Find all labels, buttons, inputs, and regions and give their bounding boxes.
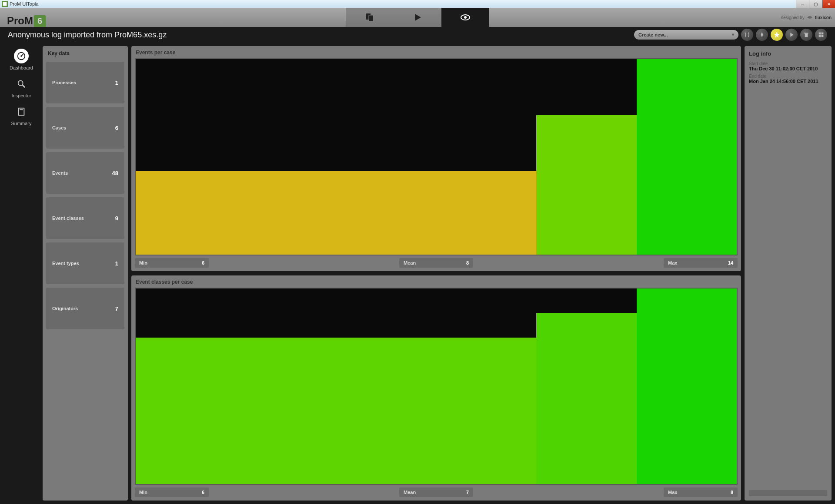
page-title: Anonymous log imported from ProM65.xes.g… [8,30,167,40]
grid-button[interactable] [815,29,827,41]
chart-title: Events per case [135,49,738,58]
svg-rect-9 [805,33,808,37]
chart-bar [436,338,536,484]
chart-bar [436,171,536,255]
kd-label: Event types [52,261,79,266]
chart-event-classes-per-case: Event classes per case Min6 Mean7 Max8 [131,275,741,501]
tab-workspace[interactable] [346,8,394,27]
svg-rect-11 [819,33,821,35]
chart-bar [336,171,436,255]
subheader: Anonymous log imported from ProM65.xes.g… [0,27,835,43]
nav-inspector[interactable]: Inspector [11,76,31,98]
logo-version: 6 [34,15,46,27]
kd-events[interactable]: Events 48 [46,152,124,194]
nav-dashboard[interactable]: Dashboard [10,49,33,70]
kd-label: Cases [52,125,66,130]
kd-processes[interactable]: Processes 1 [46,62,124,103]
tab-actions[interactable] [394,8,441,27]
chart-bar [637,288,737,484]
key-data-title: Key data [46,50,124,58]
end-date-value: Mon Jan 24 14:56:00 CET 2011 [749,79,827,84]
chart-bar [136,338,236,484]
kd-value: 1 [115,260,118,267]
star-icon [773,31,780,38]
window-controls: ─ ▢ ✕ [796,0,835,8]
gauge-icon [17,51,26,61]
chart-bar [536,313,636,484]
kd-label: Processes [52,80,76,85]
log-info-title: Log info [749,50,827,57]
eye-icon [460,12,471,23]
subheader-actions: Create new... ▼ [634,29,827,41]
nav-summary[interactable]: Summary [11,104,31,126]
svg-marker-8 [790,33,793,36]
designed-by-label: designed by [781,15,805,20]
chart-body [135,58,738,255]
svg-marker-4 [415,14,421,21]
create-new-dropdown[interactable]: Create new... ▼ [634,30,738,40]
top-ribbon: ProM 6 designed by fluxicon [0,8,835,27]
chart-title: Event classes per case [135,278,738,288]
chart-stats: Min6 Mean8 Max14 [135,258,738,268]
trash-icon [803,31,810,38]
scrollbar-track[interactable] [749,490,827,496]
kd-cases[interactable]: Cases 6 [46,107,124,149]
workspace-icon [364,12,375,23]
chart-bars [136,288,737,484]
kd-value: 48 [112,170,118,176]
minimize-button[interactable]: ─ [796,0,809,8]
logo-text: ProM [7,15,33,27]
create-new-label: Create new... [638,32,668,37]
play-button[interactable] [785,29,798,41]
ribbon-credit: designed by fluxicon [781,14,832,21]
svg-marker-7 [774,32,779,37]
fluxicon-icon [806,14,813,21]
log-info-panel: Log info Start date Thu Dec 30 11:02:00 … [745,46,832,501]
kd-label: Events [52,170,68,176]
kd-label: Event classes [52,216,84,221]
maximize-button[interactable]: ▢ [809,0,822,8]
nav-dashboard-label: Dashboard [10,65,33,70]
chart-stats: Min6 Mean7 Max8 [135,487,738,497]
nav-inspector-label: Inspector [11,93,31,98]
app-logo: ProM 6 [0,8,52,27]
brand-label: fluxicon [815,15,832,20]
document-icon [17,107,26,116]
app-icon [2,1,8,7]
main-area: Dashboard Inspector Summary Key data Pro… [0,43,835,504]
chart-bar [637,59,737,255]
svg-rect-14 [822,35,824,37]
chart-bar [136,171,236,255]
window-titlebar: ProM UITopia ─ ▢ ✕ [0,0,835,8]
trash-button[interactable] [800,29,812,41]
kd-value: 9 [115,215,118,222]
kd-value: 1 [115,80,118,86]
chart-bar [336,338,436,484]
svg-point-16 [20,55,22,57]
kd-label: Originators [52,306,78,311]
stat-mean: Mean8 [399,258,473,268]
window-title: ProM UITopia [10,1,39,7]
kd-originators[interactable]: Originators 7 [46,288,124,329]
stat-max: Max8 [664,487,738,497]
key-data-panel: Key data Processes 1 Cases 6 Events 48 E… [43,46,128,501]
ink-button[interactable] [756,29,768,41]
parentheses-button[interactable] [741,29,753,41]
kd-event-classes[interactable]: Event classes 9 [46,197,124,239]
chart-bars [136,59,737,255]
svg-point-6 [464,16,467,19]
favorite-button[interactable] [771,29,783,41]
tab-view[interactable] [441,8,489,27]
stat-min: Min6 [135,258,209,268]
nav-summary-label: Summary [11,121,31,126]
parentheses-icon [744,31,751,38]
start-date-label: Start date [749,61,827,66]
kd-value: 6 [115,125,118,131]
kd-event-types[interactable]: Event types 1 [46,242,124,284]
grid-icon [818,31,825,38]
svg-rect-3 [369,15,373,21]
close-button[interactable]: ✕ [822,0,835,8]
chevron-down-icon: ▼ [731,33,735,37]
left-nav: Dashboard Inspector Summary [3,46,39,501]
chart-events-per-case: Events per case Min6 Mean8 Max14 [131,46,741,271]
